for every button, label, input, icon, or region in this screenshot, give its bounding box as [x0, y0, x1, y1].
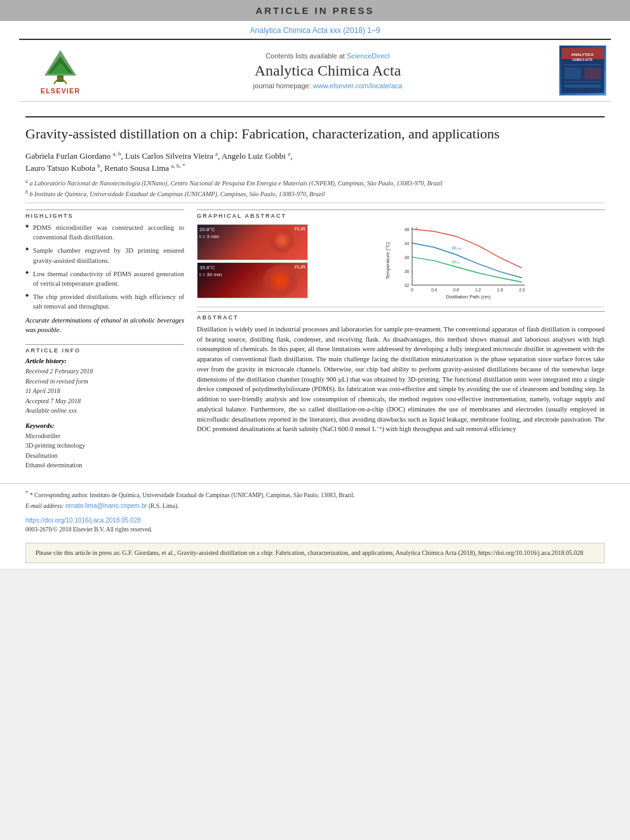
svg-text:36: 36: [405, 269, 410, 274]
graphical-abstract-section: GRAPHICAL ABSTRACT 20.8°C t = 3 min FLIR: [197, 210, 605, 300]
footnote-email: E-mail address: renato.lima@lnano.cnpem.…: [25, 502, 605, 510]
right-column: GRAPHICAL ABSTRACT 20.8°C t = 3 min FLIR: [197, 210, 605, 470]
svg-rect-12: [564, 68, 581, 79]
aca-cover-image: ANALYTICA CHIMICA ACTA: [559, 45, 607, 96]
footer-doi-line: https://doi.org/10.1016/j.aca.2018.05.02…: [25, 514, 605, 525]
svg-text:0.4: 0.4: [431, 288, 438, 292]
available-online: Available online xxx: [25, 406, 184, 416]
abstract-section: ABSTRACT Distillation is widely used in …: [197, 311, 605, 434]
svg-text:W₁₀₀: W₁₀₀: [452, 246, 461, 250]
highlight-item-1: PDMS microdistiller was constructed acco…: [25, 223, 184, 242]
page: ARTICLE IN PRESS Analytica Chimica Acta …: [0, 0, 630, 568]
highlights-list: PDMS microdistiller was constructed acco…: [25, 223, 184, 312]
divider-mid: [25, 203, 605, 203]
highlight-item-4: The chip provided distillations with hig…: [25, 292, 184, 311]
two-col-layout: HIGHLIGHTS PDMS microdistiller was const…: [25, 210, 605, 470]
svg-text:32: 32: [405, 283, 410, 288]
ga-chart: Temperature (°C) 32 36 40 44 48: [311, 224, 605, 300]
abstract-text: Distillation is widely used in industria…: [197, 324, 605, 434]
ga-thermal-top: 20.8°C t = 3 min FLIR: [197, 224, 308, 260]
highlight-item-2: Sample chamber engraved by 3D printing e…: [25, 246, 184, 265]
revised-date: 11 April 2018: [25, 386, 184, 396]
keyword-2: 3D-printing technology: [25, 441, 184, 451]
journal-main-title: Analytica Chimica Acta: [102, 62, 554, 79]
article-title: Gravity-assisted distillation on a chip:…: [25, 125, 605, 143]
distillation-chart-svg: Temperature (°C) 32 36 40 44 48: [311, 224, 605, 300]
svg-text:ANALYTICA: ANALYTICA: [571, 52, 594, 57]
abstract-divider: [197, 307, 605, 307]
ga-image-area: 20.8°C t = 3 min FLIR 35.8°C: [197, 224, 605, 300]
keyword-3: Desalination: [25, 451, 184, 461]
received-revised-label: Received in revised form: [25, 377, 184, 387]
svg-point-4: [58, 77, 63, 81]
elsevier-tree-icon: [32, 47, 89, 85]
affiliation-b: b b Instituto de Química, Universidade E…: [25, 189, 605, 199]
svg-text:2.0: 2.0: [519, 288, 525, 292]
keyword-4: Ethanol determination: [25, 460, 184, 470]
keywords-section: Keywords: Microdistiller 3D-printing tec…: [25, 422, 184, 470]
article-info-header: ARTICLE INFO: [25, 344, 184, 354]
thermal-top-temp: 20.8°C t = 3 min: [199, 226, 219, 240]
ga-thermal-bottom: 35.8°C t = 30 min FLIR: [197, 262, 308, 298]
svg-line-5: [54, 80, 57, 84]
svg-line-6: [64, 80, 67, 84]
journal-ref-line: Analytica Chimica Acta xxx (2018) 1–9: [19, 26, 611, 35]
flir-label-top: FLIR: [295, 226, 305, 232]
article-dates: Received 2 February 2018 Received in rev…: [25, 366, 184, 416]
left-column: HIGHLIGHTS PDMS microdistiller was const…: [25, 210, 184, 470]
affiliation-a: a a Laboratório Nacional de Nanotecnolog…: [25, 178, 605, 188]
aip-banner: ARTICLE IN PRESS: [0, 0, 630, 21]
sciencedirect-link[interactable]: ScienceDirect: [347, 52, 390, 60]
graphical-abstract-header: GRAPHICAL ABSTRACT: [197, 210, 605, 219]
footer-area: * * Corresponding author. Instituto de Q…: [0, 483, 630, 538]
elsevier-label: ELSEVIER: [41, 87, 80, 95]
keyword-1: Microdistiller: [25, 431, 184, 441]
footer-email-link[interactable]: renato.lima@lnano.cnpem.br: [65, 502, 147, 509]
received-date: Received 2 February 2018: [25, 366, 184, 377]
homepage-link[interactable]: www.elsevier.com/locate/aca: [313, 82, 403, 90]
svg-text:W₀₀: W₀₀: [452, 260, 459, 264]
svg-rect-13: [584, 68, 601, 79]
svg-text:0.8: 0.8: [453, 288, 459, 292]
keywords-label: Keywords:: [25, 422, 184, 429]
svg-text:Temperature (°C): Temperature (°C): [385, 242, 391, 279]
footnote-marker: *: [25, 490, 29, 496]
journal-logo-right: ANALYTICA CHIMICA ACTA: [554, 45, 611, 96]
highlight-item-3: Low thermal conductivity of PDMS assured…: [25, 269, 184, 288]
affiliations: a a Laboratório Nacional de Nanotecnolog…: [25, 178, 605, 199]
svg-text:48: 48: [405, 227, 410, 231]
svg-text:40: 40: [405, 255, 410, 260]
accepted-date: Accepted 7 May 2018: [25, 396, 184, 406]
svg-text:0: 0: [411, 288, 413, 292]
svg-text:Distillation Path (cm): Distillation Path (cm): [446, 294, 491, 300]
svg-text:CHIMICA ACTA: CHIMICA ACTA: [572, 58, 593, 62]
svg-text:A: A: [415, 227, 419, 231]
svg-text:44: 44: [405, 241, 410, 246]
footnote-corresponding: * * Corresponding author. Instituto de Q…: [25, 489, 605, 500]
thermal-bottom-temp: 35.8°C t = 30 min: [199, 264, 222, 278]
authors-line: Gabriela Furlan Giordano a, b, Luis Carl…: [25, 150, 605, 175]
main-content: Gravity-assisted distillation on a chip:…: [0, 102, 630, 477]
keywords-list: Microdistiller 3D-printing technology De…: [25, 431, 184, 470]
svg-text:1.2: 1.2: [475, 288, 481, 292]
abstract-header: ABSTRACT: [197, 311, 605, 321]
highlights-header: HIGHLIGHTS: [25, 210, 184, 219]
journal-header: Analytica Chimica Acta xxx (2018) 1–9 EL…: [0, 21, 630, 102]
svg-text:1.6: 1.6: [497, 288, 504, 292]
journal-homepage-line: journal homepage: www.elsevier.com/locat…: [102, 82, 554, 90]
journal-logo-left: ELSEVIER: [19, 47, 102, 95]
article-info-section: ARTICLE INFO Article history: Received 2…: [25, 344, 184, 470]
flir-label-bottom: FLIR: [295, 264, 305, 270]
svg-rect-15: [564, 84, 601, 87]
highlights-italic: Accurate determinations of ethanol in al…: [25, 316, 184, 335]
divider-top: [25, 116, 605, 117]
aip-banner-text: ARTICLE IN PRESS: [255, 5, 374, 16]
ga-photos: 20.8°C t = 3 min FLIR 35.8°C: [197, 224, 308, 300]
journal-title-row: ELSEVIER Contents lists available at Sci…: [19, 39, 611, 102]
article-history-label: Article history:: [25, 357, 184, 364]
citation-banner: Please cite this article in press as: G.…: [25, 543, 605, 563]
copyright-text: 0003-2670/© 2018 Elsevier B.V. All right…: [25, 526, 605, 533]
doi-link[interactable]: https://doi.org/10.1016/j.aca.2018.05.02…: [25, 517, 141, 524]
sciencedirect-line: Contents lists available at ScienceDirec…: [102, 52, 554, 60]
journal-title-center: Contents lists available at ScienceDirec…: [102, 52, 554, 90]
